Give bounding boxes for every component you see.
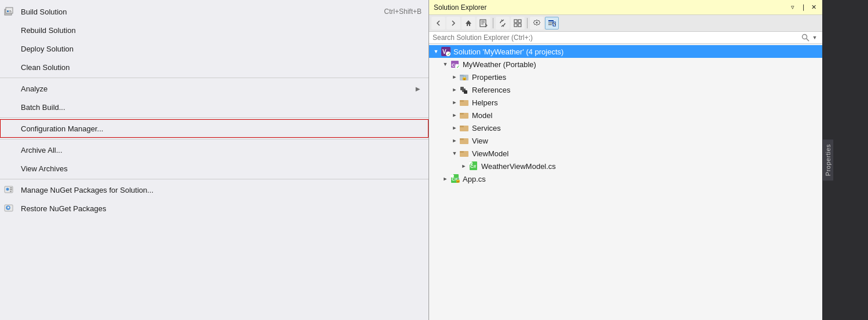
expander-weatherviewmodel: ► [459,161,468,171]
active-item-button[interactable] [545,17,559,30]
tree-label-services: Services [472,124,820,133]
menu-item-clean-solution[interactable]: Clean Solution [0,58,428,76]
svg-text:✓: ✓ [447,52,451,56]
tree-item-helpers[interactable]: ► Helpers [429,96,822,109]
tree-item-viewmodel[interactable]: ▼ ViewModel [429,147,822,160]
pin-button[interactable]: ▿ [789,3,797,12]
tree-item-properties[interactable]: ► 🔒 Properties [429,71,822,83]
properties-button[interactable] [530,17,544,30]
tree-item-solution[interactable]: ▼ V ✓ Solution 'MyWeather' (4 projects) [429,45,822,58]
menu-item-manage-nuget[interactable]: Manage NuGet Packages for Solution... [0,181,428,199]
svg-rect-19 [518,24,521,27]
expander-helpers: ► [450,98,459,107]
folder-icon-viewmodel [459,149,470,158]
home-button[interactable] [462,17,475,30]
references-icon [459,85,470,94]
properties-tab[interactable]: Properties [823,139,833,181]
svg-rect-46 [460,126,464,127]
expander-myweather: ▼ [441,60,450,69]
menu-item-batch-build[interactable]: Batch Build... [0,98,428,116]
tree-item-services[interactable]: ► Services [429,122,822,134]
svg-text:V: V [442,49,446,55]
menu-item-view-archives[interactable]: View Archives [0,159,428,178]
search-input[interactable] [433,34,799,42]
refresh-button[interactable] [496,17,510,30]
menu-label-build-solution: Build Solution [21,8,361,16]
tree-item-app-cs[interactable]: ► C# 🔒 App.cs [429,172,822,185]
svg-text:🔒: 🔒 [455,177,460,183]
separator-2 [0,117,428,118]
back-button[interactable] [431,17,445,30]
forward-button[interactable] [446,17,460,30]
menu-label-deploy-solution: Deploy Solution [21,45,422,53]
folder-icon-helpers [459,98,470,107]
svg-point-6 [6,188,9,191]
svg-point-57 [451,174,454,178]
tree-item-model[interactable]: ► Model [429,109,822,122]
solution-explorer-toolbar [429,15,822,32]
svg-rect-42 [460,100,464,102]
folder-icon-view [459,136,470,145]
svg-rect-8 [10,189,12,190]
svg-text:🔒: 🔒 [462,75,467,80]
tree-label-model: Model [472,111,820,120]
tree-label-weatherviewmodel: WeatherViewModel.cs [481,162,820,171]
nuget-icon [2,185,16,194]
tree-label-myweather: MyWeather (Portable) [463,60,820,69]
svg-text:✓: ✓ [456,65,460,69]
search-dropdown-btn[interactable]: ▼ [811,34,819,42]
menu-item-configuration-manager[interactable]: Configuration Manager... [0,119,428,138]
menu-item-archive-all[interactable]: Archive All... [0,141,428,159]
tree-label-app-cs: App.cs [463,175,820,183]
svg-rect-4 [9,10,11,11]
folder-icon-services [459,123,470,133]
collapse-all-button[interactable] [511,17,525,30]
tree-label-references: References [472,86,820,94]
svg-text:✓: ✓ [470,162,473,165]
context-menu: Build Solution Ctrl+Shift+B Rebuild Solu… [0,0,428,320]
svg-rect-15 [481,24,484,24]
expander-services: ► [450,123,459,133]
expander-properties: ► [450,72,459,82]
menu-item-build-solution[interactable]: Build Solution Ctrl+Shift+B [0,2,428,21]
svg-point-20 [536,22,538,24]
tree-item-references[interactable]: ► References [429,83,822,96]
cs-file-icon-app: C# 🔒 [450,174,460,183]
menu-item-deploy-solution[interactable]: Deploy Solution [0,39,428,58]
expander-solution: ▼ [431,47,441,56]
solution-tree: ▼ V ✓ Solution 'MyWeather' (4 projects) … [429,44,822,320]
svg-rect-7 [10,187,12,189]
tree-label-properties: Properties [472,73,820,82]
expander-viewmodel: ▼ [450,149,459,158]
svg-rect-3 [9,12,12,12]
tree-item-weatherviewmodel[interactable]: ► C# ✓ WeatherViewModel.cs [429,160,822,172]
svg-rect-14 [481,23,485,23]
tree-item-myweather[interactable]: ▼ C# ✓ MyWeather (Portable) [429,58,822,71]
menu-item-analyze[interactable]: Analyze ► [0,79,428,98]
menu-item-rebuild-solution[interactable]: Rebuild Solution [0,21,428,39]
toolbar-sep-2 [527,18,528,28]
menu-item-restore-nuget[interactable]: Restore NuGet Packages [0,199,428,218]
separator-4 [0,179,428,179]
auto-hide-button[interactable]: ❘ [799,3,807,12]
tree-label-view: View [472,137,820,145]
titlebar-buttons: ▿ ❘ ✕ [789,3,818,12]
svg-rect-21 [548,20,554,21]
folder-icon-model [459,111,470,120]
arrow-icon-analyze: ► [414,84,422,93]
menu-shortcut-build-solution: Ctrl+Shift+B [384,8,422,16]
svg-rect-23 [548,24,552,25]
svg-rect-48 [460,138,464,140]
svg-line-26 [807,39,810,42]
close-button[interactable]: ✕ [810,3,818,12]
separator-3 [0,139,428,139]
svg-rect-12 [480,20,486,27]
properties-sidebar: Properties [822,0,834,320]
sync-button[interactable] [477,17,490,30]
menu-label-restore-nuget: Restore NuGet Packages [21,204,422,213]
tree-item-view[interactable]: ► View [429,134,822,147]
tree-label-solution: Solution 'MyWeather' (4 projects) [453,47,820,56]
build-icon [2,7,16,16]
expander-app-cs: ► [441,174,450,183]
svg-rect-16 [514,20,517,23]
